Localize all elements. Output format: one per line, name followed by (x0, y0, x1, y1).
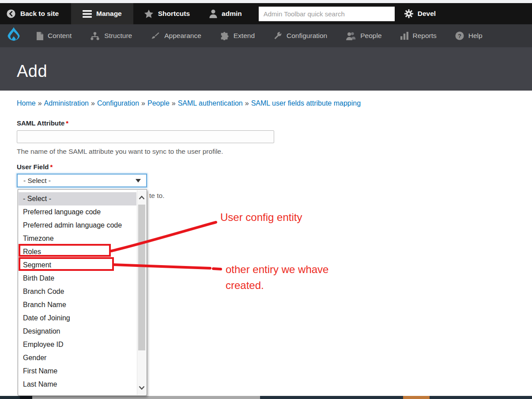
svg-text:?: ? (458, 33, 461, 39)
taskbar-segment (430, 396, 532, 399)
dropdown-option-select[interactable]: - Select - (19, 192, 136, 205)
dropdown-option[interactable]: Designation (19, 325, 136, 338)
breadcrumb-separator: » (89, 99, 97, 107)
back-to-site-label: Back to site (20, 10, 59, 18)
saml-attribute-input[interactable] (17, 130, 274, 143)
devel-tab[interactable]: Devel (395, 3, 445, 24)
dropdown-option[interactable]: First Name (19, 365, 136, 378)
breadcrumb-configuration[interactable]: Configuration (97, 99, 139, 107)
manage-tab[interactable]: Manage (71, 3, 133, 24)
saml-attribute-description: The name of the SAML attribute you want … (17, 148, 223, 156)
file-icon (37, 32, 43, 40)
shortcuts-label: Shortcuts (158, 10, 190, 18)
breadcrumb: Home»Administration»Configuration»People… (17, 99, 361, 107)
username-label: admin (222, 10, 242, 18)
dropdown-option[interactable]: Date of Joining (19, 312, 136, 325)
breadcrumb-home[interactable]: Home (17, 99, 36, 107)
menu-item-structure[interactable]: Structure (81, 24, 141, 47)
dropdown-option[interactable]: Timezone (19, 232, 136, 245)
annotation-note-1: User config entity (220, 211, 302, 224)
annotation-box-segment (19, 257, 114, 271)
puzzle-icon (220, 32, 229, 40)
sitemap-icon (90, 32, 100, 40)
annotation-note-2: other entiry we whave created. (226, 262, 349, 293)
page-title: Add (17, 62, 47, 81)
star-icon (144, 9, 154, 19)
dropdown-option[interactable]: Branch Code (19, 285, 136, 298)
menu-label: Extend (234, 32, 255, 40)
menu-item-help[interactable]: ? Help (446, 24, 492, 47)
taskbar-segment-accent (403, 396, 430, 399)
dropdown-option[interactable]: Birth Date (19, 272, 136, 285)
selected-option-label: - Select - (23, 177, 51, 185)
annotation-box-roles (19, 244, 111, 257)
breadcrumb-saml-authentication[interactable]: SAML authentication (178, 99, 243, 107)
menu-item-configuration[interactable]: Configuration (264, 24, 336, 47)
manage-label: Manage (96, 10, 122, 18)
admin-quick-search-input[interactable] (259, 7, 395, 21)
back-circle-icon (6, 9, 16, 19)
required-marker: * (49, 163, 53, 171)
admin-menu-tray: Content Structure Appearance Extend Conf… (0, 24, 532, 47)
people-icon (346, 32, 356, 40)
menu-item-reports[interactable]: Reports (391, 24, 446, 47)
menu-item-content[interactable]: Content (27, 24, 81, 47)
dropdown-scrollbar[interactable] (137, 190, 146, 395)
menu-label: Help (468, 32, 483, 40)
menu-label: Appearance (164, 32, 201, 40)
user-field-label: User Field* (17, 163, 53, 171)
hamburger-icon (83, 10, 92, 18)
brush-icon (151, 32, 160, 40)
taskbar-segment (20, 396, 32, 399)
scrollbar-thumb[interactable] (138, 205, 145, 350)
breadcrumb-separator: » (36, 99, 44, 107)
dropdown-options: - Select - Preferred language code Prefe… (19, 192, 136, 391)
dropdown-option[interactable]: Preferred language code (19, 205, 136, 219)
chevron-down-icon (136, 179, 141, 182)
dropdown-option[interactable]: Preferred admin language code (19, 219, 136, 232)
annotation-note-2-line-2: created. (226, 279, 264, 291)
breadcrumb-separator: » (139, 99, 147, 107)
dropdown-option[interactable]: Gender (19, 351, 136, 365)
user-field-select[interactable]: - Select - (17, 174, 147, 187)
user-icon (209, 9, 217, 18)
annotation-line-2-dash (213, 269, 221, 269)
taskbar-segment (0, 396, 20, 399)
breadcrumb-people[interactable]: People (147, 99, 170, 107)
menu-item-extend[interactable]: Extend (211, 24, 264, 47)
user-account-tab[interactable]: admin (200, 3, 252, 24)
menu-label: Configuration (287, 32, 327, 40)
user-field-dropdown: - Select - Preferred language code Prefe… (18, 189, 147, 396)
browser-edge-strip (0, 0, 532, 3)
breadcrumb-separator: » (243, 99, 251, 107)
menu-item-people[interactable]: People (336, 24, 391, 47)
shortcuts-tab[interactable]: Shortcuts (134, 3, 200, 24)
back-to-site-button[interactable]: Back to site (0, 3, 68, 24)
dropdown-option[interactable]: Last Name (19, 378, 136, 391)
taskbar-strip (0, 396, 532, 399)
saml-attribute-label: SAML Attribute* (17, 119, 68, 127)
breadcrumb-saml-user-fields[interactable]: SAML user fields attribute mapping (251, 99, 361, 107)
devel-label: Devel (418, 10, 436, 18)
menu-item-appearance[interactable]: Appearance (141, 24, 211, 47)
required-marker: * (64, 119, 68, 127)
scroll-up-icon[interactable] (137, 192, 146, 203)
menu-label: People (360, 32, 381, 40)
breadcrumb-separator: » (170, 99, 178, 107)
dropdown-option[interactable]: Employee ID (19, 338, 136, 351)
menu-label: Content (48, 32, 72, 40)
bar-chart-icon (400, 32, 408, 40)
annotation-note-2-line-1: other entiry we whave (226, 263, 328, 275)
page-header-band: Add (0, 47, 532, 91)
taskbar-segment (32, 396, 260, 399)
wrench-icon (273, 32, 282, 40)
scroll-down-icon[interactable] (137, 382, 146, 393)
menu-label: Reports (413, 32, 437, 40)
dropdown-option[interactable]: Branch Name (19, 298, 136, 312)
taskbar-segment (260, 396, 403, 399)
gear-icon (404, 9, 413, 18)
drupal-logo[interactable] (0, 27, 27, 45)
menu-label: Structure (104, 32, 132, 40)
breadcrumb-administration[interactable]: Administration (44, 99, 89, 107)
admin-toolbar: Back to site Manage Shortcuts admin Deve… (0, 3, 532, 24)
